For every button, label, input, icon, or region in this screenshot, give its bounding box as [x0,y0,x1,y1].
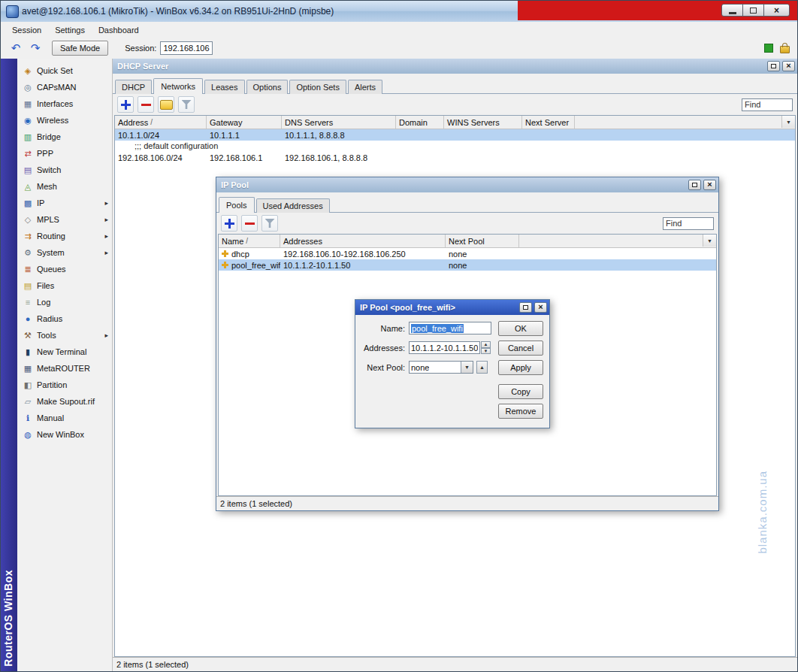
column-header[interactable]: Address / [115,116,207,129]
dialog-button[interactable]: Cancel [498,341,543,356]
column-header[interactable]: WINS Servers / [444,116,522,129]
dialog-titlebar[interactable]: IP Pool <pool_free_wifi> × [355,300,549,315]
close-button[interactable]: × [763,4,790,17]
chevron-down-icon[interactable]: ▼ [461,362,473,373]
tab[interactable]: Pools [219,197,255,213]
tab[interactable]: Options [246,80,289,94]
sidebar-item[interactable]: ≡ Log ▸ [17,294,112,310]
tab[interactable]: DHCP [115,80,152,94]
titlebar[interactable]: avet@192.168.106.1 (MikroTik) - WinBox v… [1,1,797,23]
session-input[interactable] [160,41,213,55]
next-pool-dropdown[interactable]: none ▼ [409,361,473,374]
filter-button[interactable] [178,96,195,113]
pool-next-pool-cell: none [446,250,519,259]
dhcp-network-row[interactable]: 192.168.106.0/24 192.168.106.1 192.168.1… [115,152,795,163]
menu-item[interactable]: Settings [48,23,92,37]
chevron-up-icon: ▲ [479,365,485,370]
sidebar-item[interactable]: ℹ Manual ▸ [17,410,112,426]
sidebar-item[interactable]: ● Radius ▸ [17,310,112,327]
dhcp-network-row[interactable]: ;;; default configuration [115,141,795,152]
add-button[interactable] [117,96,134,113]
pool-restore-button[interactable] [688,180,701,190]
column-header[interactable]: Next Server / [522,116,575,129]
sidebar-item[interactable]: ◈ Quick Set ▸ [17,62,112,79]
sidebar-item[interactable]: ▩ IP ▸ [17,195,112,211]
pool-table-header: Name / Addresses / Next Pool / [219,235,716,248]
column-select-button[interactable]: ▼ [781,116,795,128]
undo-button[interactable]: ↶ [7,41,25,56]
sidebar-item[interactable]: ◎ CAPsMAN ▸ [17,79,112,95]
redo-button[interactable]: ↷ [26,41,44,56]
dialog-button[interactable]: Remove [498,404,543,419]
column-header[interactable]: Next Pool / [446,235,519,247]
spinner-down-button[interactable]: ▼ [481,348,491,355]
sidebar-item[interactable]: ◉ Wireless ▸ [17,112,112,129]
column-select-button[interactable]: ▼ [703,235,716,247]
sidebar-item[interactable]: ◧ Partition ▸ [17,377,112,393]
column-header-label: Addresses [283,237,322,246]
dhcp-network-row[interactable]: 10.1.1.0/24 10.1.1.1 10.1.1.1, 8.8.8.8 [115,129,795,141]
dialog-button[interactable]: Apply [498,360,543,375]
column-header[interactable]: Domain / [396,116,444,129]
sidebar-item[interactable]: ◬ Mesh ▸ [17,178,112,195]
pool-row[interactable]: dhcp 192.168.106.10-192.168.106.250 none [219,248,716,259]
sidebar-item[interactable]: ⚙ System ▸ [17,244,112,261]
dhcp-table-header: Address / Gateway / DNS Servers / Domain… [115,116,795,129]
dialog-close-button[interactable]: × [534,302,547,313]
maximize-button[interactable] [742,4,764,17]
safe-mode-button[interactable]: Safe Mode [52,41,108,56]
dhcp-restore-button[interactable] [767,61,780,71]
column-header[interactable]: DNS Servers / [282,116,396,129]
column-header[interactable]: Gateway / [207,116,282,129]
sidebar-item[interactable]: ◍ New WinBox ▸ [17,426,112,443]
column-header[interactable]: Addresses / [280,235,446,247]
sidebar-item[interactable]: ▱ Make Supout.rif ▸ [17,393,112,410]
pool-window-titlebar[interactable]: IP Pool × [216,177,718,192]
pool-row[interactable]: pool_free_wifi 10.1.1.2-10.1.1.50 none [219,259,716,271]
name-field[interactable]: pool_free_wifi [409,322,491,334]
tab[interactable]: Used Addresses [256,198,330,213]
sidebar-item[interactable]: ▤ Files ▸ [17,277,112,294]
dhcp-window-titlebar[interactable]: DHCP Server × [113,59,797,74]
sidebar-item[interactable]: ⇉ Routing ▸ [17,228,112,244]
gateway-cell: 10.1.1.1 [207,131,282,140]
sidebar-item[interactable]: ▦ Interfaces ▸ [17,95,112,112]
sidebar-item[interactable]: ▦ MetaROUTER ▸ [17,360,112,377]
partition-icon: ◧ [22,380,34,390]
addresses-field[interactable] [409,341,480,354]
pool-next-pool-cell: none [446,261,519,270]
dhcp-close-button[interactable]: × [782,61,795,71]
tab[interactable]: Leases [204,80,244,94]
dialog-button[interactable]: Copy [498,384,543,399]
tab[interactable]: Alerts [348,80,382,94]
find-input[interactable] [663,217,714,230]
remove-button[interactable] [241,215,258,232]
column-header[interactable]: Name / [219,235,280,247]
menu-item[interactable]: Session [5,23,48,37]
sidebar-item[interactable]: ⇄ PPP ▸ [17,145,112,162]
sidebar-item[interactable]: ▥ Bridge ▸ [17,129,112,145]
dialog-restore-button[interactable] [519,302,532,313]
find-input[interactable] [742,98,793,111]
tab[interactable]: Networks [153,78,203,94]
menu-item[interactable]: Dashboard [92,23,146,37]
spinner-up-button[interactable]: ▲ [481,341,491,348]
comment-button[interactable] [158,96,174,113]
pool-status-text: 2 items (1 selected) [220,499,292,508]
collapse-up-button[interactable]: ▲ [476,361,488,374]
column-header-label: Domain [399,118,428,127]
pool-close-button[interactable]: × [703,180,716,190]
sidebar-item[interactable]: ⚒ Tools ▸ [17,327,112,344]
remove-button[interactable] [138,96,154,113]
filter-button[interactable] [261,215,278,232]
sidebar-item[interactable]: ≣ Queues ▸ [17,261,112,277]
sidebar: ◈ Quick Set ▸ ◎ CAPsMAN ▸ ▦ Interfaces ▸… [17,59,113,671]
tab[interactable]: Option Sets [289,80,346,94]
dialog-button[interactable]: OK [498,321,543,336]
sidebar-item[interactable]: ▤ Switch ▸ [17,162,112,178]
add-button[interactable] [221,215,237,232]
minimize-button[interactable] [721,4,743,17]
column-header-label: DNS Servers [285,118,333,127]
sidebar-item[interactable]: ▮ New Terminal ▸ [17,344,112,360]
sidebar-item[interactable]: ◇ MPLS ▸ [17,211,112,228]
